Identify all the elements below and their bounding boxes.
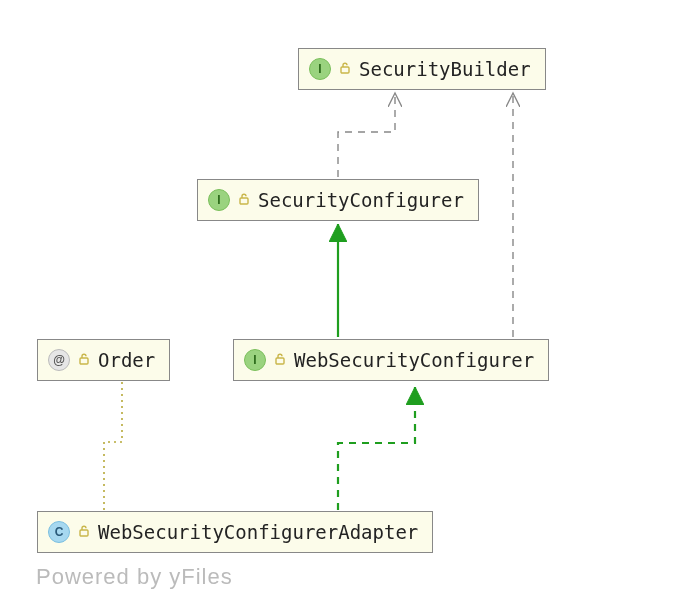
interface-badge-icon: I: [244, 349, 266, 371]
svg-rect-3: [276, 358, 284, 364]
edge-webSecurityConfigurerAdapter-to-order: [104, 382, 122, 510]
annotation-badge-icon: @: [48, 349, 70, 371]
svg-rect-4: [80, 530, 88, 536]
unlock-icon: [77, 524, 91, 540]
interface-badge-icon: I: [208, 189, 230, 211]
node-order[interactable]: @ Order: [37, 339, 170, 381]
class-badge-icon: C: [48, 521, 70, 543]
node-web-security-configurer-adapter[interactable]: C WebSecurityConfigurerAdapter: [37, 511, 433, 553]
node-label: SecurityConfigurer: [258, 189, 464, 211]
node-label: SecurityBuilder: [359, 58, 531, 80]
unlock-icon: [338, 61, 352, 77]
edge-webSecurityConfigurerAdapter-to-webSecurityConfigurer: [338, 387, 415, 510]
node-security-configurer[interactable]: I SecurityConfigurer: [197, 179, 479, 221]
node-web-security-configurer[interactable]: I WebSecurityConfigurer: [233, 339, 549, 381]
node-label: Order: [98, 349, 155, 371]
node-label: WebSecurityConfigurer: [294, 349, 534, 371]
unlock-icon: [273, 352, 287, 368]
node-security-builder[interactable]: I SecurityBuilder: [298, 48, 546, 90]
svg-rect-0: [341, 67, 349, 73]
interface-badge-icon: I: [309, 58, 331, 80]
node-label: WebSecurityConfigurerAdapter: [98, 521, 418, 543]
svg-rect-2: [80, 358, 88, 364]
unlock-icon: [77, 352, 91, 368]
edge-securityConfigurer-to-securityBuilder: [338, 93, 395, 177]
footer-attribution: Powered by yFiles: [36, 564, 233, 590]
unlock-icon: [237, 192, 251, 208]
svg-rect-1: [240, 198, 248, 204]
